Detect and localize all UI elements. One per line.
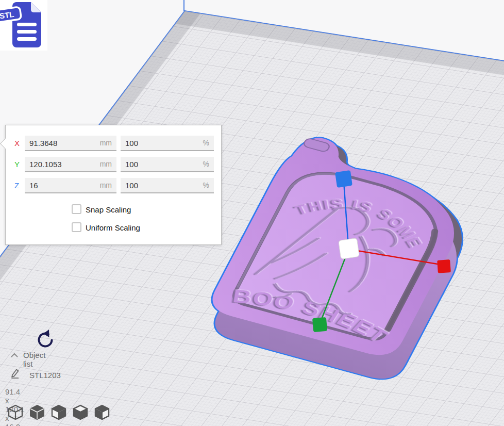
x-size-field: mm: [25, 136, 116, 151]
stl-file-logo: STL: [0, 0, 47, 51]
view-right-icon[interactable]: [94, 404, 110, 420]
view-front-icon[interactable]: [29, 404, 45, 420]
snap-scaling-checkbox[interactable]: [72, 204, 81, 214]
scale-tool-panel: X mm % Y mm % Z mm: [5, 125, 222, 245]
y-scale-handle[interactable]: [312, 317, 327, 332]
x-percent-field: %: [121, 136, 214, 151]
y-percent-unit: %: [203, 160, 209, 168]
axis-label-z: Z: [14, 181, 24, 190]
view-orientation-toolbar: [7, 404, 110, 420]
z-percent-field: %: [121, 178, 214, 193]
object-list-item[interactable]: STL1203: [29, 371, 61, 380]
z-percent-input[interactable]: [125, 181, 203, 190]
y-size-unit: mm: [100, 160, 112, 168]
z-scale-handle[interactable]: [335, 170, 352, 188]
z-percent-unit: %: [203, 181, 209, 189]
y-percent-input[interactable]: [125, 160, 203, 169]
view-left-icon[interactable]: [72, 404, 89, 420]
axis-label-y: Y: [14, 160, 24, 169]
z-size-unit: mm: [100, 181, 112, 189]
collapse-caret-icon[interactable]: [10, 353, 19, 358]
x-size-unit: mm: [100, 139, 112, 147]
x-scale-handle[interactable]: [437, 259, 451, 273]
z-size-field: mm: [25, 178, 116, 193]
edit-pencil-icon[interactable]: [10, 368, 21, 379]
snap-scaling-label: Snap Scaling: [86, 205, 131, 214]
document-fold-corner: [31, 2, 41, 12]
x-percent-unit: %: [203, 139, 209, 147]
view-top-icon[interactable]: [51, 404, 67, 420]
axis-label-x: X: [14, 139, 24, 148]
object-list-header[interactable]: Object list: [23, 351, 45, 368]
y-size-input[interactable]: [29, 160, 100, 169]
x-percent-input[interactable]: [125, 139, 203, 148]
x-size-input[interactable]: [29, 139, 100, 148]
center-scale-handle[interactable]: [339, 238, 360, 259]
uniform-scaling-label: Uniform Scaling: [86, 223, 140, 232]
y-percent-field: %: [121, 157, 214, 172]
cura-viewport: THIS IS SOME BOO SHEET: [0, 0, 504, 426]
uniform-scaling-checkbox[interactable]: [72, 222, 81, 232]
reset-scale-button[interactable]: [34, 329, 56, 352]
reset-arrow-icon: [34, 329, 56, 352]
y-size-field: mm: [25, 157, 116, 172]
z-size-input[interactable]: [29, 181, 100, 190]
view-3d-icon[interactable]: [7, 404, 24, 420]
